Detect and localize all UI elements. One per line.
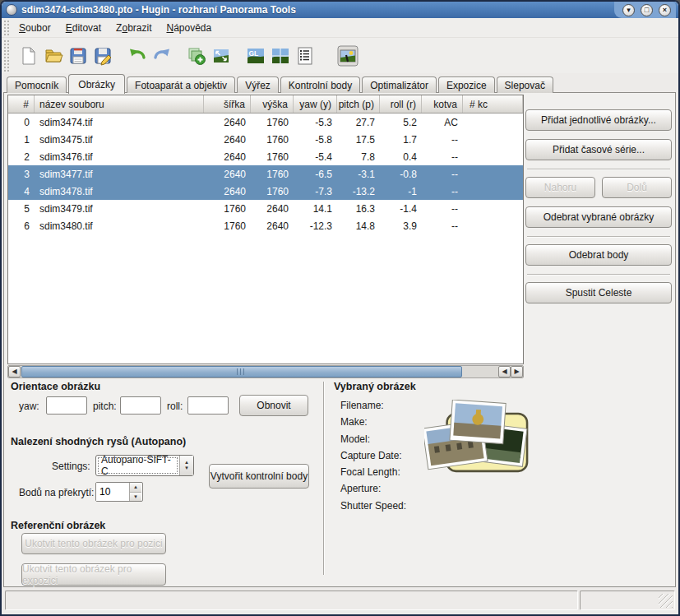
column-header[interactable]: roll (r) (380, 95, 422, 113)
hugin-window: sdim3474-sdim3480.pto - Hugin - rozhraní… (0, 0, 680, 616)
control-points-tool-icon[interactable] (335, 44, 360, 68)
save-project-icon[interactable] (66, 44, 90, 68)
add-time-series-button[interactable]: Přidat časové série... (525, 139, 672, 160)
horizontal-scrollbar[interactable]: ◀ ◀ ▶ (7, 365, 524, 378)
scroll-left-icon[interactable]: ◀ (8, 366, 21, 377)
anchor-exposure-button[interactable]: Ukotvit tento obrázek pro expozici (21, 563, 166, 586)
scrollbar-track[interactable] (462, 366, 498, 377)
pitch-input[interactable] (120, 396, 161, 415)
table-body: 0sdim3474.tif26401760-5.327.75.2AC1sdim3… (8, 113, 523, 234)
move-up-button[interactable]: Nahoru (525, 177, 595, 198)
column-header[interactable]: kotva (422, 95, 463, 113)
table-row[interactable]: 2sdim3476.tif26401760-5.47.80.4-- (8, 148, 523, 165)
table-cell: 14.8 (337, 217, 380, 234)
table-row[interactable]: 0sdim3474.tif26401760-5.327.75.2AC (8, 113, 523, 131)
add-time-series-icon[interactable] (209, 44, 234, 68)
table-row[interactable]: 6sdim3480.tif17602640-12.314.83.9-- (8, 217, 523, 234)
window-title: sdim3474-sdim3480.pto - Hugin - rozhraní… (21, 4, 296, 16)
exif-field-label: Model: (340, 433, 406, 450)
column-header[interactable]: výška (251, 95, 294, 113)
tab-v-ez[interactable]: Výřez (237, 76, 279, 93)
table-row[interactable]: 3sdim3477.tif26401760-6.5-3.1-0.8-- (8, 165, 523, 183)
table-cell: 14.1 (294, 200, 337, 217)
combo-stepper-icon[interactable]: ▲▼ (179, 456, 193, 475)
preview-icon[interactable] (268, 44, 293, 68)
reset-button[interactable]: Obnovit (239, 395, 308, 416)
column-header[interactable]: yaw (y) (294, 95, 337, 113)
table-cell (463, 217, 523, 234)
column-header[interactable]: název souboru (35, 95, 204, 113)
column-header[interactable]: šířka (204, 95, 251, 113)
tab-expozice[interactable]: Expozice (438, 76, 495, 93)
scroll-left-icon-2[interactable]: ◀ (498, 366, 511, 377)
column-header[interactable]: pitch (p) (337, 95, 380, 113)
redo-icon[interactable] (150, 44, 174, 68)
create-control-points-button[interactable]: Vytvořit kontrolní body (209, 464, 309, 489)
remove-selected-images-button[interactable]: Odebrat vybrané obrázky (525, 206, 672, 228)
tab-fotoapar-t-a-objektiv[interactable]: Fotoaparát a objektiv (127, 76, 235, 93)
table-cell: 16.3 (337, 200, 380, 217)
new-project-icon[interactable] (16, 44, 41, 68)
undo-icon[interactable] (125, 44, 150, 68)
table-cell: -13.2 (337, 183, 380, 200)
tab-pomocn-k[interactable]: Pomocník (7, 76, 67, 93)
table-cell: -- (422, 217, 463, 234)
open-project-icon[interactable] (41, 44, 66, 68)
exif-field-label: Aperture: (340, 483, 406, 499)
exif-field-label: Shutter Speed: (340, 500, 406, 516)
app-icon[interactable] (6, 4, 17, 16)
points-per-overlap-spinner[interactable]: ▲▼ (95, 482, 143, 502)
autopano-settings-select[interactable]: Autopano-SIFT-C ▲▼ (95, 455, 194, 476)
selected-image-heading: Vybraný obrázek (334, 381, 416, 392)
tab-obr-zky[interactable]: Obrázky (68, 74, 125, 94)
gl-preview-icon[interactable]: GL (243, 44, 268, 68)
menubar-grip-handle[interactable] (3, 20, 10, 35)
autopano-settings-value: Autopano-SIFT-C (96, 456, 179, 475)
scroll-right-icon[interactable]: ▶ (511, 366, 523, 377)
tab-kontroln-body[interactable]: Kontrolní body (280, 76, 360, 93)
table-cell: 1760 (251, 148, 294, 165)
minimize-button[interactable]: ▾ (622, 4, 635, 16)
anchor-position-button[interactable]: Ukotvit tento obrázek pro pozici (21, 533, 166, 554)
scrollbar-thumb[interactable] (21, 366, 462, 377)
menu-item-soubor[interactable]: Soubor (12, 21, 58, 35)
menu-item-zobrazit[interactable]: Zobrazit (109, 21, 159, 35)
points-per-overlap-input[interactable] (96, 483, 129, 501)
table-cell: sdim3475.tif (35, 131, 204, 148)
exif-field-label: Capture Date: (340, 450, 406, 466)
menu-item-editovat[interactable]: Editovat (58, 21, 109, 35)
spinner-arrows[interactable]: ▲▼ (129, 483, 141, 501)
remove-points-button[interactable]: Odebrat body (525, 244, 672, 266)
images-tab-panel: #název souborušířkavýškayaw (y)pitch (p)… (3, 92, 676, 587)
table-cell: -5.3 (294, 113, 337, 131)
roll-input[interactable] (187, 396, 229, 415)
optimizer-list-icon[interactable] (293, 44, 317, 68)
yaw-input[interactable] (46, 396, 87, 415)
menu-item-npovda[interactable]: Nápověda (159, 21, 219, 35)
table-row[interactable]: 5sdim3479.tif1760264014.116.3-1.4-- (8, 200, 523, 217)
run-celeste-button[interactable]: Spustit Celeste (525, 282, 672, 303)
maximize-button[interactable]: □ (641, 4, 653, 16)
move-down-button[interactable]: Dolů (602, 177, 672, 198)
column-header[interactable]: # kc (463, 95, 523, 113)
column-header[interactable]: # (8, 95, 35, 113)
spin-down-icon[interactable]: ▼ (130, 493, 141, 502)
add-individual-images-button[interactable]: Přidat jednotlivé obrázky... (525, 109, 672, 131)
close-button[interactable]: × (659, 4, 671, 16)
toolbar: GL (2, 38, 678, 73)
table-cell: 2640 (204, 131, 251, 148)
photo-stack-icon (424, 400, 530, 479)
table-row[interactable]: 4sdim3478.tif26401760-7.3-13.2-1-- (8, 183, 523, 200)
table-cell: -12.3 (294, 217, 337, 234)
tab-optimaliz-tor[interactable]: Optimalizátor (362, 76, 437, 93)
save-as-icon[interactable] (90, 44, 115, 68)
tab-slepova-[interactable]: Slepovač (497, 76, 553, 93)
table-row[interactable]: 1sdim3475.tif26401760-5.817.51.7-- (8, 131, 523, 148)
add-images-icon[interactable] (184, 44, 209, 68)
toolbar-grip-handle[interactable] (3, 39, 10, 72)
table-cell: 2640 (251, 217, 294, 234)
statusbar (3, 589, 677, 612)
table-cell: 1760 (204, 217, 251, 234)
resize-grip-handle[interactable] (659, 594, 673, 608)
spin-up-icon[interactable]: ▲ (130, 483, 141, 493)
